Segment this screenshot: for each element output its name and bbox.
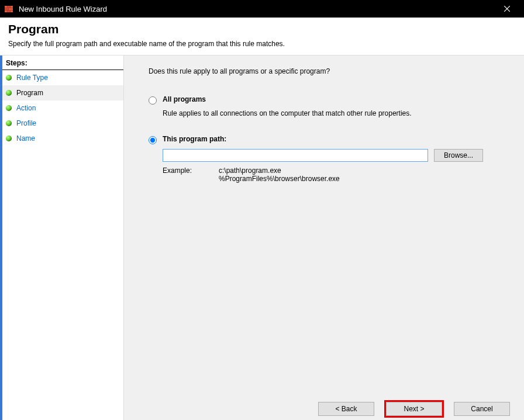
- svg-rect-1: [5, 6, 7, 8]
- radio-label: This program path:: [163, 135, 226, 143]
- radio-this-program-path[interactable]: [149, 136, 157, 144]
- page-title: Program: [8, 22, 516, 36]
- bullet-icon: [6, 136, 12, 141]
- option-all-programs[interactable]: All programs: [149, 95, 510, 105]
- bullet-icon: [6, 90, 12, 96]
- step-label: Program: [16, 89, 43, 97]
- back-button[interactable]: < Back: [318, 402, 374, 416]
- step-name[interactable]: Name: [0, 131, 123, 146]
- browse-button[interactable]: Browse...: [434, 149, 483, 162]
- close-button[interactable]: [494, 0, 520, 18]
- steps-heading: Steps:: [0, 55, 123, 70]
- firewall-icon: [4, 4, 14, 14]
- svg-rect-4: [5, 8, 8, 10]
- step-profile[interactable]: Profile: [0, 116, 123, 131]
- radio-all-programs[interactable]: [149, 96, 157, 105]
- wizard-content: Does this rule apply to all programs or …: [124, 55, 524, 420]
- question-text: Does this rule apply to all programs or …: [149, 67, 510, 75]
- bullet-icon: [6, 75, 12, 81]
- step-label: Rule Type: [16, 74, 48, 82]
- option-all-desc: Rule applies to all connections on the c…: [163, 109, 510, 117]
- program-path-input[interactable]: [163, 149, 428, 162]
- svg-rect-6: [5, 11, 7, 12]
- svg-rect-3: [11, 6, 13, 8]
- example-values: c:\path\program.exe %ProgramFiles%\brows…: [219, 166, 340, 183]
- step-label: Name: [16, 134, 35, 143]
- steps-sidebar: Steps: Rule Type Program Action Profile: [0, 55, 124, 420]
- step-label: Profile: [16, 119, 36, 127]
- step-label: Action: [16, 104, 36, 112]
- titlebar: New Inbound Rule Wizard: [0, 0, 524, 18]
- svg-rect-7: [8, 11, 10, 12]
- bullet-icon: [6, 120, 12, 126]
- wizard-footer: < Back Next > Cancel: [149, 391, 510, 416]
- step-program[interactable]: Program: [0, 85, 123, 100]
- cancel-button[interactable]: Cancel: [454, 402, 510, 416]
- step-rule-type[interactable]: Rule Type: [0, 70, 123, 85]
- wizard-header: Program Specify the full program path an…: [0, 18, 524, 55]
- accent-bar: [0, 55, 2, 420]
- svg-rect-5: [9, 8, 13, 10]
- close-icon: [504, 6, 510, 12]
- step-action[interactable]: Action: [0, 100, 123, 116]
- example-label: Example:: [163, 166, 219, 183]
- bullet-icon: [6, 105, 12, 111]
- radio-label: All programs: [163, 95, 206, 103]
- option-this-program-path[interactable]: This program path:: [149, 135, 510, 144]
- svg-rect-8: [11, 11, 13, 12]
- window-title: New Inbound Rule Wizard: [19, 5, 107, 13]
- page-subtitle: Specify the full program path and execut…: [8, 40, 516, 48]
- svg-rect-2: [8, 6, 10, 8]
- next-button[interactable]: Next >: [386, 402, 442, 416]
